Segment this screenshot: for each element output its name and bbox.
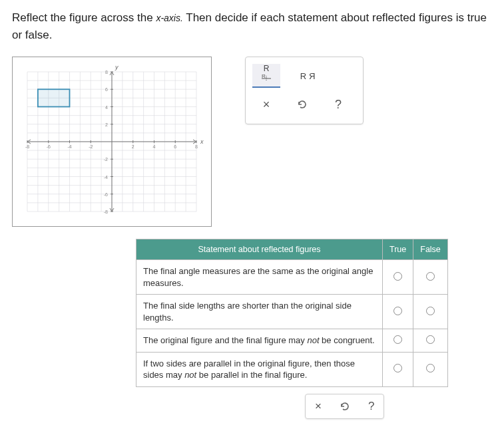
close-icon: × bbox=[263, 98, 270, 112]
svg-text:-2: -2 bbox=[104, 157, 108, 162]
reflect-h-icon: R bbox=[260, 72, 272, 84]
help-button[interactable]: ? bbox=[328, 94, 348, 114]
radio-icon bbox=[426, 364, 435, 372]
svg-text:-6: -6 bbox=[47, 144, 51, 149]
reflect-horizontal-button[interactable]: R R bbox=[252, 64, 280, 88]
statement-cell: The original figure and the final figure… bbox=[136, 329, 383, 353]
svg-text:-4: -4 bbox=[104, 175, 108, 180]
radio-false[interactable] bbox=[413, 260, 448, 295]
radio-true[interactable] bbox=[383, 352, 413, 386]
svg-text:8: 8 bbox=[195, 144, 198, 149]
svg-text:x: x bbox=[200, 138, 204, 145]
question-axis: x-axis. bbox=[156, 13, 182, 23]
svg-text:6: 6 bbox=[105, 87, 108, 92]
header-true: True bbox=[383, 239, 413, 260]
svg-text:-8: -8 bbox=[104, 210, 108, 214]
bottom-help-button[interactable]: ? bbox=[368, 400, 374, 413]
radio-icon bbox=[393, 335, 402, 344]
help-icon: ? bbox=[368, 400, 374, 413]
svg-rect-68 bbox=[38, 89, 70, 106]
radio-true[interactable] bbox=[383, 260, 413, 295]
bottom-undo-button[interactable] bbox=[339, 400, 351, 412]
svg-text:4: 4 bbox=[153, 144, 156, 149]
radio-icon bbox=[426, 307, 435, 315]
table-row: If two sides are parallel in the origina… bbox=[136, 352, 448, 386]
table-row: The final angle measures are the same as… bbox=[136, 260, 448, 295]
svg-text:-6: -6 bbox=[104, 192, 108, 197]
svg-text:R: R bbox=[262, 73, 266, 79]
table-row: The original figure and the final figure… bbox=[136, 329, 448, 353]
svg-text:2: 2 bbox=[105, 122, 108, 127]
svg-text:y: y bbox=[115, 64, 119, 71]
svg-text:-4: -4 bbox=[67, 144, 71, 149]
graph-svg: -8-6-4-22468-8-6-4-22468 xy bbox=[13, 57, 211, 226]
flip-button[interactable]: R R bbox=[294, 64, 322, 88]
close-icon: × bbox=[315, 400, 322, 413]
undo-button[interactable] bbox=[292, 94, 312, 114]
tool-panel: R R R R × ? bbox=[245, 57, 364, 124]
statement-cell: The final angle measures are the same as… bbox=[136, 260, 383, 295]
question-pre: Reflect the figure across the bbox=[12, 11, 156, 24]
statements-table: Statement about reflected figures True F… bbox=[136, 239, 448, 387]
bottom-close-button[interactable]: × bbox=[315, 400, 322, 413]
reflect-h-label: R bbox=[260, 65, 272, 72]
undo-icon bbox=[296, 98, 308, 110]
help-icon: ? bbox=[335, 98, 342, 112]
svg-text:6: 6 bbox=[174, 144, 176, 149]
svg-text:-2: -2 bbox=[89, 144, 93, 149]
radio-false[interactable] bbox=[413, 352, 448, 386]
radio-true[interactable] bbox=[383, 295, 413, 329]
radio-true[interactable] bbox=[383, 329, 413, 353]
svg-text:-8: -8 bbox=[25, 144, 29, 149]
radio-icon bbox=[393, 307, 402, 315]
statement-cell: The final side lengths are shorter than … bbox=[136, 295, 383, 329]
svg-text:8: 8 bbox=[105, 70, 108, 74]
radio-false[interactable] bbox=[413, 329, 448, 353]
statement-cell: If two sides are parallel in the origina… bbox=[136, 352, 383, 386]
undo-icon bbox=[339, 400, 351, 412]
question-text: Reflect the figure across the x-axis. Th… bbox=[12, 9, 492, 43]
svg-text:2: 2 bbox=[132, 144, 134, 149]
header-statement: Statement about reflected figures bbox=[136, 239, 383, 260]
radio-false[interactable] bbox=[413, 295, 448, 329]
coordinate-graph[interactable]: -8-6-4-22468-8-6-4-22468 xy bbox=[12, 57, 212, 227]
bottom-toolbar: × ? bbox=[305, 394, 384, 419]
header-false: False bbox=[413, 239, 448, 260]
close-button[interactable]: × bbox=[256, 94, 276, 114]
radio-icon bbox=[426, 272, 435, 281]
radio-icon bbox=[393, 272, 402, 281]
radio-icon bbox=[393, 364, 402, 372]
table-row: The final side lengths are shorter than … bbox=[136, 295, 448, 329]
radio-icon bbox=[426, 335, 435, 344]
svg-text:4: 4 bbox=[105, 105, 108, 110]
